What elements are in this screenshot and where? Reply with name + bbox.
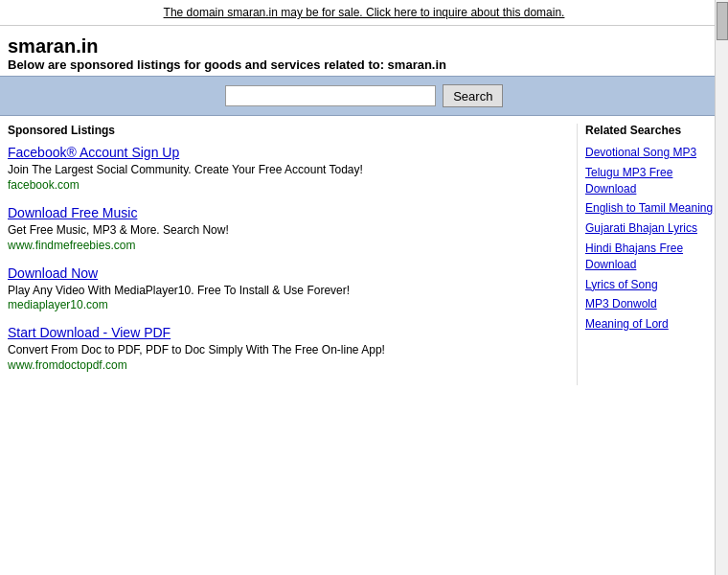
banner-link[interactable]: The domain smaran.in may be for sale. Cl… (164, 6, 565, 19)
listing-title-4[interactable]: Start Download - View PDF (8, 325, 569, 340)
domain-title: smaran.in (8, 35, 720, 58)
listing-desc-1: Join The Largest Social Community. Creat… (8, 162, 569, 178)
scrollbar-thumb[interactable] (717, 2, 728, 40)
listing-title-2[interactable]: Download Free Music (8, 205, 569, 220)
listing-item: Download Free Music Get Free Music, MP3 … (8, 205, 569, 252)
listing-title-1[interactable]: Facebook® Account Sign Up (8, 145, 569, 160)
search-bar: Search (0, 76, 728, 116)
related-link-7[interactable]: MP3 Donwold (585, 296, 720, 312)
listing-item: Download Now Play Any Video With MediaPl… (8, 265, 569, 312)
related-heading: Related Searches (585, 124, 720, 137)
listing-desc-3: Play Any Video With MediaPlayer10. Free … (8, 283, 569, 299)
listing-title-3[interactable]: Download Now (8, 265, 569, 281)
related-link-2[interactable]: Telugu MP3 Free Download (585, 165, 720, 197)
subtitle-domain: smaran.in (388, 58, 446, 72)
subtitle-prefix: Below are sponsored listings for goods a… (8, 58, 384, 72)
related-link-5[interactable]: Hindi Bhajans Free Download (585, 241, 720, 273)
related-link-8[interactable]: Meaning of Lord (585, 316, 720, 333)
sponsored-heading: Sponsored Listings (8, 124, 569, 137)
domain-header: smaran.in Below are sponsored listings f… (0, 26, 728, 76)
listing-url-1: facebook.com (8, 178, 569, 192)
related-searches: Related Searches Devotional Song MP3 Tel… (577, 124, 720, 385)
listing-item: Start Download - View PDF Convert From D… (8, 325, 569, 372)
listing-url-2: www.findmefreebies.com (8, 239, 569, 252)
related-link-6[interactable]: Lyrics of Song (585, 277, 720, 293)
related-link-4[interactable]: Gujarati Bhajan Lyrics (585, 220, 720, 237)
listing-item: Facebook® Account Sign Up Join The Large… (8, 145, 569, 192)
listing-url-3: mediaplayer10.com (8, 298, 569, 311)
search-input[interactable] (225, 85, 436, 106)
main-content: Sponsored Listings Facebook® Account Sig… (0, 116, 728, 393)
sponsored-listings: Sponsored Listings Facebook® Account Sig… (8, 124, 569, 385)
listing-desc-2: Get Free Music, MP3 & More. Search Now! (8, 222, 569, 239)
related-link-3[interactable]: English to Tamil Meaning (585, 200, 720, 217)
scrollbar[interactable] (715, 0, 728, 393)
related-link-1[interactable]: Devotional Song MP3 (585, 145, 720, 161)
top-banner: The domain smaran.in may be for sale. Cl… (0, 0, 728, 26)
search-button[interactable]: Search (443, 84, 503, 107)
listing-desc-4: Convert From Doc to PDF, PDF to Doc Simp… (8, 342, 569, 358)
subtitle: Below are sponsored listings for goods a… (8, 58, 720, 72)
listing-url-4: www.fromdoctopdf.com (8, 358, 569, 372)
